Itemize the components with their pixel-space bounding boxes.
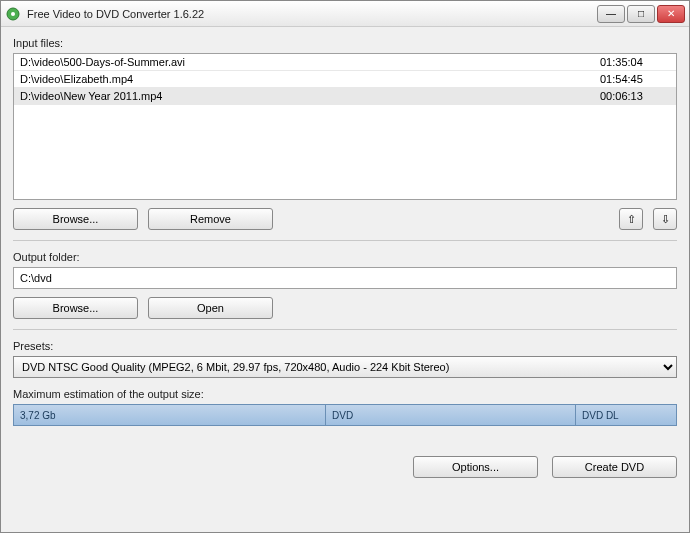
minimize-button[interactable]: —	[597, 5, 625, 23]
input-file-list[interactable]: D:\video\500-Days-of-Summer.avi 01:35:04…	[13, 53, 677, 200]
arrow-up-icon: ⇧	[627, 213, 636, 226]
spacer	[283, 208, 609, 230]
bottom-buttons-row: Options... Create DVD	[13, 456, 677, 478]
list-item[interactable]: D:\video\New Year 2011.mp4 00:06:13	[14, 88, 676, 105]
browse-input-button[interactable]: Browse...	[13, 208, 138, 230]
estimation-dvd: DVD	[326, 405, 576, 425]
estimation-label: Maximum estimation of the output size:	[13, 388, 677, 400]
file-duration: 01:35:04	[600, 56, 670, 68]
preset-select[interactable]: DVD NTSC Good Quality (MPEG2, 6 Mbit, 29…	[13, 356, 677, 378]
input-files-label: Input files:	[13, 37, 677, 49]
content-area: Input files: D:\video\500-Days-of-Summer…	[1, 27, 689, 488]
window-controls: — □ ✕	[597, 5, 685, 23]
file-duration: 01:54:45	[600, 73, 670, 85]
presets-label: Presets:	[13, 340, 677, 352]
app-window: Free Video to DVD Converter 1.6.22 — □ ✕…	[0, 0, 690, 533]
close-button[interactable]: ✕	[657, 5, 685, 23]
open-button[interactable]: Open	[148, 297, 273, 319]
output-buttons-row: Browse... Open	[13, 297, 677, 319]
input-buttons-row: Browse... Remove ⇧ ⇩	[13, 208, 677, 230]
output-folder-label: Output folder:	[13, 251, 677, 263]
maximize-icon: □	[638, 8, 644, 19]
estimation-size: 3,72 Gb	[14, 405, 326, 425]
move-up-button[interactable]: ⇧	[619, 208, 643, 230]
options-button[interactable]: Options...	[413, 456, 538, 478]
output-folder-input[interactable]	[13, 267, 677, 289]
arrow-down-icon: ⇩	[661, 213, 670, 226]
browse-output-button[interactable]: Browse...	[13, 297, 138, 319]
close-icon: ✕	[667, 8, 675, 19]
move-down-button[interactable]: ⇩	[653, 208, 677, 230]
minimize-icon: —	[606, 8, 616, 19]
separator	[13, 329, 677, 330]
file-path: D:\video\500-Days-of-Summer.avi	[20, 56, 600, 68]
titlebar: Free Video to DVD Converter 1.6.22 — □ ✕	[1, 1, 689, 27]
separator	[13, 240, 677, 241]
file-duration: 00:06:13	[600, 90, 670, 102]
remove-button[interactable]: Remove	[148, 208, 273, 230]
svg-point-1	[11, 12, 15, 16]
file-path: D:\video\New Year 2011.mp4	[20, 90, 600, 102]
maximize-button[interactable]: □	[627, 5, 655, 23]
estimation-dvddl: DVD DL	[576, 405, 676, 425]
create-dvd-button[interactable]: Create DVD	[552, 456, 677, 478]
list-item[interactable]: D:\video\Elizabeth.mp4 01:54:45	[14, 71, 676, 88]
estimation-bar: 3,72 Gb DVD DVD DL	[13, 404, 677, 426]
file-path: D:\video\Elizabeth.mp4	[20, 73, 600, 85]
window-title: Free Video to DVD Converter 1.6.22	[27, 8, 597, 20]
list-item[interactable]: D:\video\500-Days-of-Summer.avi 01:35:04	[14, 54, 676, 71]
app-icon	[5, 6, 21, 22]
